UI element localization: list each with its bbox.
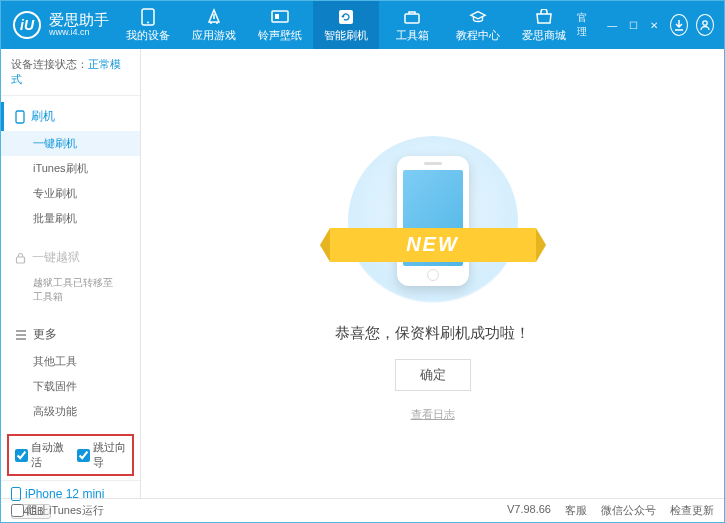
sidebar-item-itunes-flash[interactable]: iTunes刷机 <box>1 156 140 181</box>
nav-label: 智能刷机 <box>324 28 368 43</box>
app-logo-icon: iU <box>13 11 41 39</box>
section-title: 更多 <box>33 326 57 343</box>
sidebar-item-pro-flash[interactable]: 专业刷机 <box>1 181 140 206</box>
svg-rect-4 <box>339 10 353 24</box>
menu-icon <box>15 330 27 340</box>
phone-icon <box>139 8 157 26</box>
version-label: V7.98.66 <box>507 503 551 518</box>
view-log-link[interactable]: 查看日志 <box>411 407 455 422</box>
nav-label: 教程中心 <box>456 28 500 43</box>
main-nav: 我的设备 应用游戏 铃声壁纸 智能刷机 工具箱 教程中心 爱思商城 <box>115 1 577 49</box>
app-title: 爱思助手 <box>49 12 109 29</box>
sidebar-item-batch-flash[interactable]: 批量刷机 <box>1 206 140 231</box>
window-controls: 官 理 — ☐ ✕ <box>577 11 724 39</box>
app-url: www.i4.cn <box>49 28 109 38</box>
phone-illustration-icon <box>397 156 469 286</box>
store-icon <box>535 8 553 26</box>
nav-ringtone-wallpaper[interactable]: 铃声壁纸 <box>247 1 313 49</box>
footer-update-link[interactable]: 检查更新 <box>670 503 714 518</box>
sidebar: 设备连接状态：正常模式 刷机 一键刷机 iTunes刷机 专业刷机 批量刷机 一… <box>1 49 141 498</box>
checkbox-block-itunes[interactable]: 阻止iTunes运行 <box>11 503 104 518</box>
footer-wechat-link[interactable]: 微信公众号 <box>601 503 656 518</box>
checkbox-auto-activate[interactable]: 自动激活 <box>15 440 65 470</box>
svg-rect-3 <box>275 14 279 19</box>
flash-options-highlight: 自动激活 跳过向导 <box>7 434 134 476</box>
sidebar-item-download-firmware[interactable]: 下载固件 <box>1 374 140 399</box>
phone-outline-icon <box>15 110 25 124</box>
nav-label: 工具箱 <box>396 28 429 43</box>
nav-toolbox[interactable]: 工具箱 <box>379 1 445 49</box>
connection-status: 设备连接状态：正常模式 <box>1 49 140 96</box>
success-illustration: NEW <box>348 136 518 306</box>
new-ribbon: NEW <box>330 228 536 262</box>
nav-label: 铃声壁纸 <box>258 28 302 43</box>
nav-label: 爱思商城 <box>522 28 566 43</box>
lock-icon <box>15 252 26 264</box>
svg-rect-5 <box>405 14 419 23</box>
apps-icon <box>205 8 223 26</box>
nav-label: 我的设备 <box>126 28 170 43</box>
nav-label: 应用游戏 <box>192 28 236 43</box>
section-title: 刷机 <box>31 108 55 125</box>
footer-service-link[interactable]: 客服 <box>565 503 587 518</box>
refresh-icon <box>337 8 355 26</box>
download-button[interactable] <box>670 14 688 36</box>
jailbreak-note: 越狱工具已转移至 工具箱 <box>1 272 140 308</box>
section-flash[interactable]: 刷机 <box>1 102 140 131</box>
status-label: 设备连接状态： <box>11 58 88 70</box>
section-jailbreak: 一键越狱 <box>1 243 140 272</box>
device-name: iPhone 12 mini <box>11 487 130 501</box>
svg-rect-8 <box>17 257 25 263</box>
nav-tutorials[interactable]: 教程中心 <box>445 1 511 49</box>
section-title: 一键越狱 <box>32 249 80 266</box>
titlebar: iU 爱思助手 www.i4.cn 我的设备 应用游戏 铃声壁纸 智能刷机 工具… <box>1 1 724 49</box>
graduation-icon <box>469 8 487 26</box>
success-message: 恭喜您，保资料刷机成功啦！ <box>335 324 530 343</box>
wallpaper-icon <box>271 8 289 26</box>
section-more[interactable]: 更多 <box>1 320 140 349</box>
main-content: NEW 恭喜您，保资料刷机成功啦！ 确定 查看日志 <box>141 49 724 498</box>
close-icon[interactable]: ✕ <box>650 20 658 31</box>
maximize-icon[interactable]: ☐ <box>629 20 638 31</box>
toolbox-icon <box>403 8 421 26</box>
svg-rect-2 <box>272 11 288 22</box>
minimize-icon[interactable]: — <box>607 20 617 31</box>
window-tiny-text[interactable]: 官 理 <box>577 11 595 39</box>
nav-apps-games[interactable]: 应用游戏 <box>181 1 247 49</box>
nav-store[interactable]: 爱思商城 <box>511 1 577 49</box>
svg-point-1 <box>147 21 149 23</box>
confirm-button[interactable]: 确定 <box>395 359 471 391</box>
checkbox-skip-setup[interactable]: 跳过向导 <box>77 440 127 470</box>
sidebar-item-advanced[interactable]: 高级功能 <box>1 399 140 424</box>
sidebar-item-other-tools[interactable]: 其他工具 <box>1 349 140 374</box>
svg-rect-7 <box>16 111 24 123</box>
user-button[interactable] <box>696 14 714 36</box>
logo-area: iU 爱思助手 www.i4.cn <box>1 11 115 39</box>
nav-my-device[interactable]: 我的设备 <box>115 1 181 49</box>
svg-point-6 <box>703 21 707 25</box>
sidebar-item-oneclick-flash[interactable]: 一键刷机 <box>1 131 140 156</box>
nav-smart-flash[interactable]: 智能刷机 <box>313 1 379 49</box>
